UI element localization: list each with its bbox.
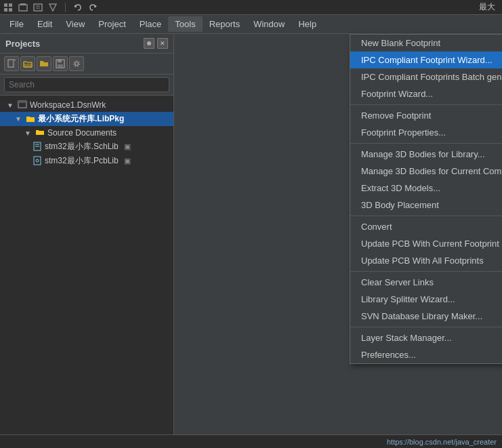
menu-bar: File Edit View Project Place Tools Repor…	[0, 15, 502, 34]
menu-new-blank-footprint[interactable]: New Blank Footprint	[350, 35, 502, 52]
icon2	[18, 2, 28, 13]
open-btn[interactable]	[20, 56, 35, 71]
folder-icon	[35, 127, 45, 138]
menu-update-pcb-all[interactable]: Update PCB With All Footprints	[350, 252, 502, 269]
new-btn[interactable]	[4, 56, 19, 71]
search-input[interactable]	[4, 77, 169, 92]
pcblib-icon	[33, 156, 42, 167]
schlib-badge: ▣	[124, 142, 131, 151]
svg-rect-6	[34, 4, 42, 11]
update-pcb-all-label: Update PCB With All Footprints	[361, 256, 484, 266]
sidebar-title: Projects	[5, 39, 40, 49]
menu-manage-3d-library[interactable]: Manage 3D Bodies for Library...	[350, 146, 502, 163]
settings-btn[interactable]	[69, 56, 84, 71]
sidebar-pin-btn[interactable]	[144, 38, 154, 49]
menu-project[interactable]: Project	[91, 16, 132, 32]
svg-rect-1	[9, 3, 12, 7]
menu-file[interactable]: File	[3, 16, 30, 32]
menu-reports[interactable]: Reports	[203, 16, 247, 32]
convert-label: Convert	[361, 222, 392, 232]
update-pcb-current-label: Update PCB With Current Footprint	[361, 239, 499, 249]
sidebar-header: Projects ✕	[0, 34, 173, 54]
menu-ipc-wizard[interactable]: IPC Compliant Footprint Wizard...	[350, 52, 502, 68]
extract-3d-label: Extract 3D Models...	[361, 183, 440, 193]
sidebar-close-btn[interactable]: ✕	[157, 38, 168, 49]
ipc-wizard-label: IPC Compliant Footprint Wizard...	[361, 55, 493, 65]
tree-schlib[interactable]: stm32最小库.SchLib ▣	[0, 140, 173, 154]
svg-rect-4	[19, 5, 27, 11]
folder-btn[interactable]	[37, 56, 51, 71]
menu-svn-database[interactable]: SVN Database Library Maker...	[350, 308, 502, 325]
expand-icon-2: ▼	[14, 115, 23, 123]
svg-rect-2	[4, 8, 7, 12]
svg-rect-5	[20, 3, 26, 5]
sidebar: Projects ✕	[0, 34, 174, 448]
menu-layer-stack[interactable]: Layer Stack Manager...	[350, 329, 502, 346]
svg-rect-0	[4, 3, 7, 7]
manage-3d-library-label: Manage 3D Bodies for Library...	[361, 149, 485, 159]
menu-preferences[interactable]: Preferences...	[350, 346, 502, 363]
menu-window[interactable]: Window	[247, 16, 291, 32]
menu-convert[interactable]: Convert ▶	[350, 218, 502, 235]
sep2	[350, 143, 502, 144]
tree-workspace-label: Workspace1.DsnWrk	[30, 100, 106, 110]
ipc-batch-label: IPC Compliant Footprints Batch generator…	[361, 72, 502, 82]
menu-tools[interactable]: Tools	[168, 16, 202, 32]
title-bar-right-text: 最大	[479, 1, 499, 13]
remove-footprint-label: Remove Footprint	[361, 110, 431, 121]
tree-libpkg[interactable]: ▼ 最小系统元件库.LibPkg	[0, 112, 173, 126]
svg-point-21	[74, 61, 80, 67]
menu-place[interactable]: Place	[133, 16, 169, 32]
status-url: https://blog.csdn.net/java_creater	[387, 438, 497, 446]
content-area: New Blank Footprint IPC Compliant Footpr…	[174, 34, 502, 448]
menu-3d-body-placement[interactable]: 3D Body Placement ▶	[350, 197, 502, 213]
svg-rect-3	[9, 8, 12, 12]
tree-source-docs-label: Source Documents	[47, 128, 117, 138]
dropdown-overlay: New Blank Footprint IPC Compliant Footpr…	[174, 34, 502, 448]
search-box	[0, 75, 173, 96]
title-bar: 最大	[0, 0, 502, 15]
menu-manage-3d-current[interactable]: Manage 3D Bodies for Current Component..…	[350, 163, 502, 180]
sep3	[350, 216, 502, 216]
clear-server-links-label: Clear Server Links	[361, 277, 434, 287]
menu-ipc-batch[interactable]: IPC Compliant Footprints Batch generator…	[350, 68, 502, 85]
expand-icon-3: ▼	[23, 129, 33, 137]
footprint-wizard-label: Footprint Wizard...	[361, 89, 433, 99]
menu-footprint-properties[interactable]: Footprint Properties...	[350, 124, 502, 141]
save-btn[interactable]	[53, 56, 68, 71]
manage-3d-current-label: Manage 3D Bodies for Current Component..…	[361, 166, 502, 176]
undo-icon[interactable]	[72, 2, 83, 13]
menu-update-pcb-current[interactable]: Update PCB With Current Footprint	[350, 235, 502, 252]
layer-stack-label: Layer Stack Manager...	[361, 333, 452, 343]
package-icon	[26, 114, 35, 125]
svg-point-28	[36, 159, 39, 162]
menu-footprint-wizard[interactable]: Footprint Wizard...	[350, 85, 502, 102]
sep1	[350, 104, 502, 105]
workspace-icon	[18, 100, 27, 110]
status-bar: https://blog.csdn.net/java_creater	[0, 434, 502, 448]
3d-body-placement-label: 3D Body Placement	[361, 200, 439, 210]
tree-source-docs[interactable]: ▼ Source Documents	[0, 126, 173, 140]
menu-remove-footprint[interactable]: Remove Footprint	[350, 107, 502, 124]
menu-clear-server-links[interactable]: Clear Server Links	[350, 274, 502, 291]
tools-dropdown-menu: New Blank Footprint IPC Compliant Footpr…	[350, 34, 502, 364]
menu-extract-3d[interactable]: Extract 3D Models...	[350, 180, 502, 197]
svg-point-11	[147, 41, 151, 45]
menu-library-splitter[interactable]: Library Splitter Wizard...	[350, 291, 502, 308]
library-splitter-label: Library Splitter Wizard...	[361, 294, 455, 304]
menu-help[interactable]: Help	[291, 16, 323, 32]
tree-pcblib-label: stm32最小库.PcbLib	[45, 155, 119, 167]
svg-rect-12	[8, 60, 14, 67]
project-tree: ▼ Workspace1.DsnWrk ▼ 最小系统元件库.LibPkg	[0, 96, 173, 448]
menu-edit[interactable]: Edit	[30, 16, 59, 32]
svg-rect-27	[34, 157, 41, 165]
schlib-icon	[33, 142, 42, 152]
tree-pcblib[interactable]: stm32最小库.PcbLib ▣	[0, 154, 173, 168]
sidebar-toolbar	[0, 54, 173, 75]
redo-icon[interactable]	[87, 2, 98, 13]
tree-workspace[interactable]: ▼ Workspace1.DsnWrk	[0, 98, 173, 112]
main-layout: Projects ✕	[0, 34, 502, 448]
title-bar-icons	[3, 2, 98, 13]
tree-libpkg-label: 最小系统元件库.LibPkg	[38, 113, 124, 125]
menu-view[interactable]: View	[59, 16, 91, 32]
